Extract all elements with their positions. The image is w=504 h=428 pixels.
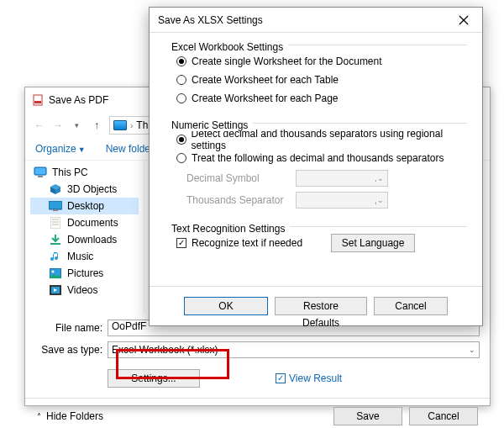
- chevron-up-icon: ˄: [37, 412, 41, 421]
- hide-folders-label: Hide Folders: [46, 410, 103, 422]
- radio-icon: [176, 56, 186, 66]
- radio-per-page[interactable]: Create Worksheet for each Page: [171, 89, 467, 108]
- tree-item-desktop[interactable]: Desktop: [30, 198, 139, 214]
- checkmark-icon: ✓: [276, 373, 286, 383]
- decimal-symbol-select: .⌄: [296, 170, 388, 187]
- radio-icon: [176, 93, 186, 103]
- svg-rect-2: [34, 167, 46, 175]
- organize-label: Organize: [35, 143, 76, 155]
- text-recognition-group: Text Recognition Settings Recognize text…: [171, 223, 467, 256]
- svg-rect-8: [53, 209, 58, 211]
- numeric-settings-group: Numeric Settings Detect decimal and thou…: [171, 119, 467, 214]
- save-as-type-select[interactable]: Excel Workbook (*.xlsx) ⌄: [108, 341, 480, 358]
- close-icon: [459, 15, 469, 25]
- svg-rect-7: [49, 201, 62, 209]
- radio-per-table[interactable]: Create Worksheet for each Table: [171, 71, 467, 89]
- this-pc-icon: [34, 166, 47, 178]
- nav-recent-caret-icon[interactable]: ▾: [69, 118, 84, 133]
- path-chevron-icon: ›: [130, 121, 133, 130]
- caret-down-icon: ▼: [78, 145, 86, 154]
- radio-icon: [176, 75, 186, 85]
- tree-item-music[interactable]: Music: [30, 248, 139, 265]
- svg-rect-0: [34, 95, 42, 105]
- front-button-row: OK Restore Defaults Cancel: [150, 286, 482, 325]
- radio-custom-separators[interactable]: Treat the following as decimal and thous…: [171, 149, 467, 167]
- svg-rect-13: [50, 243, 60, 245]
- tree-root-this-pc[interactable]: This PC: [30, 164, 139, 181]
- recognize-checkbox[interactable]: [176, 238, 186, 248]
- xlsx-settings-window: Save As XLSX Settings Excel Workbook Set…: [149, 7, 483, 326]
- text-group-title: Text Recognition Settings: [171, 223, 290, 235]
- workbook-group-title: Excel Workbook Settings: [171, 41, 288, 53]
- tree-item-3d-objects[interactable]: 3D Objects: [30, 181, 139, 198]
- tree-item-label: Videos: [67, 284, 97, 296]
- tree-item-pictures[interactable]: Pictures: [30, 265, 139, 282]
- workbook-settings-group: Excel Workbook Settings Create single Wo…: [171, 41, 467, 111]
- ok-button[interactable]: OK: [184, 297, 268, 315]
- downloads-icon: [49, 234, 62, 246]
- recognize-label: Recognize text if needed: [192, 237, 302, 249]
- radio-icon: [176, 153, 186, 163]
- settings-button[interactable]: Settings...: [108, 369, 200, 388]
- radio-single-worksheet[interactable]: Create single Worksheet for the Document: [171, 52, 467, 71]
- pdf-icon: [32, 94, 44, 106]
- music-icon: [49, 251, 62, 262]
- back-title: Save As PDF: [49, 94, 108, 106]
- decimal-symbol-label: Decimal Symbol: [186, 172, 287, 184]
- radio-label: Create single Worksheet for the Document: [192, 55, 382, 67]
- tree-item-label: Documents: [67, 217, 118, 229]
- view-result-label: View Result: [289, 373, 342, 384]
- hide-folders-toggle[interactable]: ˄ Hide Folders: [37, 410, 103, 422]
- svg-rect-9: [50, 217, 60, 229]
- save-button[interactable]: Save: [333, 407, 402, 425]
- settings-row: Settings... ✓ View Result: [25, 364, 490, 393]
- pictures-icon: [49, 267, 62, 279]
- svg-rect-1: [34, 101, 41, 103]
- set-language-button[interactable]: Set Language: [331, 234, 415, 252]
- organize-menu[interactable]: Organize▼: [35, 143, 86, 155]
- radio-detect-regional[interactable]: Detect decimal and thousands separators …: [171, 130, 467, 149]
- save-as-type-value: Excel Workbook (*.xlsx): [112, 344, 218, 356]
- videos-icon: [49, 284, 62, 296]
- tree-item-label: Desktop: [67, 200, 104, 212]
- nav-back-icon[interactable]: ←: [32, 118, 47, 133]
- nav-forward-icon[interactable]: →: [50, 118, 66, 133]
- front-cancel-button[interactable]: Cancel: [374, 297, 448, 315]
- thousands-separator-label: Thousands Separator: [186, 194, 287, 206]
- front-titlebar: Save As XLSX Settings: [150, 8, 482, 33]
- three-d-icon: [49, 183, 62, 195]
- tree-root-label: This PC: [52, 166, 88, 178]
- caret-down-icon: ⌄: [377, 196, 384, 204]
- this-pc-icon: [113, 120, 127, 130]
- radio-icon: [176, 135, 186, 145]
- nav-up-icon[interactable]: ↑: [89, 118, 104, 133]
- view-result-checkbox[interactable]: ✓ View Result: [276, 373, 342, 384]
- numeric-group-title: Numeric Settings: [171, 119, 253, 131]
- tree-item-downloads[interactable]: Downloads: [30, 231, 139, 248]
- file-name-label: File name:: [35, 322, 102, 334]
- restore-defaults-button[interactable]: Restore Defaults: [275, 297, 367, 315]
- tree-item-label: Music: [67, 251, 93, 262]
- close-button[interactable]: [454, 10, 474, 30]
- save-as-type-label: Save as type:: [35, 344, 102, 356]
- back-cancel-button[interactable]: Cancel: [409, 407, 478, 425]
- thousands-separator-select: ,⌄: [296, 192, 388, 209]
- radio-label: Create Worksheet for each Page: [192, 92, 339, 104]
- documents-icon: [49, 217, 62, 229]
- svg-rect-3: [38, 176, 43, 177]
- caret-down-icon: ⌄: [377, 174, 384, 182]
- radio-label: Detect decimal and thousands separators …: [192, 128, 467, 151]
- nav-tree: This PC 3D Objects Desktop Documents Dow…: [25, 161, 144, 312]
- new-folder-button[interactable]: New folder: [106, 143, 154, 155]
- tree-item-label: Downloads: [67, 234, 117, 246]
- tree-item-label: 3D Objects: [67, 183, 117, 195]
- caret-down-icon: ⌄: [469, 346, 475, 354]
- file-name-value: OoPdfF: [112, 320, 146, 332]
- front-title: Save As XLSX Settings: [158, 14, 263, 26]
- radio-label: Treat the following as decimal and thous…: [192, 152, 444, 164]
- bottom-row: ˄ Hide Folders Save Cancel: [25, 398, 490, 428]
- tree-item-documents[interactable]: Documents: [30, 214, 139, 231]
- svg-point-15: [52, 271, 55, 273]
- tree-item-videos[interactable]: Videos: [30, 282, 139, 299]
- desktop-icon: [49, 200, 62, 212]
